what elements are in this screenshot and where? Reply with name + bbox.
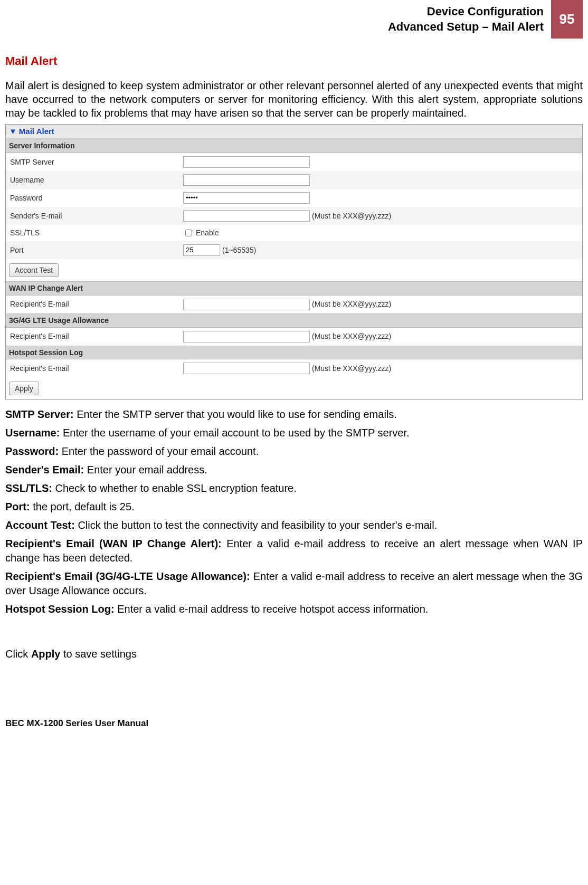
- desc-ssl-label: SSL/TLS:: [5, 482, 55, 494]
- ssl-enable-checkbox[interactable]: [185, 230, 192, 236]
- server-information-heading: Server Information: [6, 139, 582, 153]
- desc-sender: Sender's Email: Enter your email address…: [5, 463, 583, 477]
- header-line1: Device Configuration: [388, 4, 544, 20]
- username-input[interactable]: [183, 174, 310, 186]
- apply-instruction-post: to save settings: [60, 648, 137, 660]
- password-input[interactable]: [183, 192, 310, 204]
- label-sender-email: Sender's E-mail: [9, 212, 183, 221]
- desc-wan-recipient: Recipient's Email (WAN IP Change Alert):…: [5, 537, 583, 565]
- sender-email-hint: (Must be XXX@yyy.zzz): [312, 212, 391, 221]
- desc-password-text: Enter the password of your email account…: [62, 445, 259, 457]
- desc-sender-text: Enter your email address.: [87, 464, 207, 475]
- row-port: Port (1~65535): [6, 241, 582, 259]
- row-username: Username: [6, 171, 582, 189]
- desc-ssl: SSL/TLS: Check to whether to enable SSL …: [5, 481, 583, 496]
- lte-recipient-hint: (Must be XXX@yyy.zzz): [312, 332, 391, 341]
- label-ssl: SSL/TLS: [9, 229, 183, 237]
- lte-recipient-input[interactable]: [183, 331, 310, 342]
- desc-port-label: Port:: [5, 501, 33, 512]
- desc-sender-label: Sender's Email:: [5, 464, 87, 475]
- footer-manual-title: BEC MX-1200 Series User Manual: [5, 718, 583, 729]
- apply-instruction-bold: Apply: [31, 648, 61, 660]
- desc-password: Password: Enter the password of your ema…: [5, 444, 583, 459]
- desc-username-text: Enter the username of your email account…: [63, 427, 410, 439]
- apply-button[interactable]: Apply: [9, 382, 39, 395]
- desc-port: Port: the port, default is 25.: [5, 500, 583, 514]
- desc-password-label: Password:: [5, 445, 62, 457]
- port-hint: (1~65535): [222, 246, 256, 255]
- wan-ip-change-heading: WAN IP Change Alert: [6, 281, 582, 296]
- mail-alert-panel: ▼Mail Alert Server Information SMTP Serv…: [5, 124, 583, 400]
- port-input[interactable]: [183, 244, 220, 256]
- chevron-down-icon: ▼: [9, 127, 17, 136]
- hotspot-recipient-hint: (Must be XXX@yyy.zzz): [312, 364, 391, 373]
- row-sender-email: Sender's E-mail (Must be XXX@yyy.zzz): [6, 207, 582, 225]
- desc-lte-label: Recipient's Email (3G/4G-LTE Usage Allow…: [5, 570, 253, 582]
- panel-title: Mail Alert: [19, 127, 54, 136]
- row-lte-recipient: Recipient's E-mail (Must be XXX@yyy.zzz): [6, 328, 582, 346]
- label-hotspot-recipient: Recipient's E-mail: [9, 364, 183, 373]
- row-smtp: SMTP Server: [6, 153, 582, 171]
- row-wan-recipient: Recipient's E-mail (Must be XXX@yyy.zzz): [6, 296, 582, 313]
- label-smtp: SMTP Server: [9, 158, 183, 167]
- row-apply: Apply: [6, 377, 582, 399]
- row-password: Password: [6, 189, 582, 207]
- ssl-enable-label: Enable: [196, 229, 219, 237]
- desc-hotspot-label: Hotspot Session Log:: [5, 603, 117, 615]
- desc-wan-label: Recipient's Email (WAN IP Change Alert):: [5, 538, 226, 549]
- label-username: Username: [9, 176, 183, 185]
- desc-ssl-text: Check to whether to enable SSL encryptio…: [55, 482, 296, 494]
- sender-email-input[interactable]: [183, 210, 310, 222]
- apply-instruction-pre: Click: [5, 648, 31, 660]
- wan-recipient-input[interactable]: [183, 299, 310, 310]
- hotspot-recipient-input[interactable]: [183, 363, 310, 374]
- panel-title-bar: ▼Mail Alert: [6, 125, 582, 139]
- desc-account-test: Account Test: Click the button to test t…: [5, 518, 583, 532]
- label-wan-recipient: Recipient's E-mail: [9, 300, 183, 309]
- header-line2: Advanced Setup – Mail Alert: [388, 20, 544, 35]
- row-hotspot-recipient: Recipient's E-mail (Must be XXX@yyy.zzz): [6, 359, 582, 377]
- apply-instruction: Click Apply to save settings: [5, 648, 583, 660]
- lte-usage-heading: 3G/4G LTE Usage Allowance: [6, 313, 582, 328]
- desc-account-test-label: Account Test:: [5, 519, 78, 531]
- desc-smtp: SMTP Server: Enter the SMTP server that …: [5, 407, 583, 422]
- header-title-block: Device Configuration Advanced Setup – Ma…: [388, 0, 551, 39]
- desc-lte-recipient: Recipient's Email (3G/4G-LTE Usage Allow…: [5, 569, 583, 598]
- label-lte-recipient: Recipient's E-mail: [9, 332, 183, 341]
- desc-smtp-label: SMTP Server:: [5, 408, 77, 420]
- label-port: Port: [9, 246, 183, 255]
- wan-recipient-hint: (Must be XXX@yyy.zzz): [312, 300, 391, 309]
- smtp-server-input[interactable]: [183, 156, 310, 168]
- page-number-badge: 95: [551, 0, 583, 39]
- section-title: Mail Alert: [5, 54, 583, 68]
- account-test-button[interactable]: Accont Test: [9, 263, 59, 277]
- row-ssl: SSL/TLS Enable: [6, 225, 582, 241]
- desc-hotspot: Hotspot Session Log: Enter a valid e-mai…: [5, 602, 583, 616]
- desc-smtp-text: Enter the SMTP server that you would lik…: [77, 408, 397, 420]
- desc-port-text: the port, default is 25.: [33, 501, 134, 512]
- page-header: Device Configuration Advanced Setup – Ma…: [5, 0, 583, 39]
- desc-username: Username: Enter the username of your ema…: [5, 426, 583, 440]
- desc-username-label: Username:: [5, 427, 63, 439]
- row-account-test: Accont Test: [6, 259, 582, 281]
- label-password: Password: [9, 194, 183, 203]
- hotspot-session-heading: Hotspot Session Log: [6, 346, 582, 360]
- desc-account-test-text: Click the button to test the connectivit…: [78, 519, 437, 531]
- intro-paragraph: Mail alert is designed to keep system ad…: [5, 79, 583, 120]
- desc-hotspot-text: Enter a valid e-mail address to receive …: [117, 603, 428, 615]
